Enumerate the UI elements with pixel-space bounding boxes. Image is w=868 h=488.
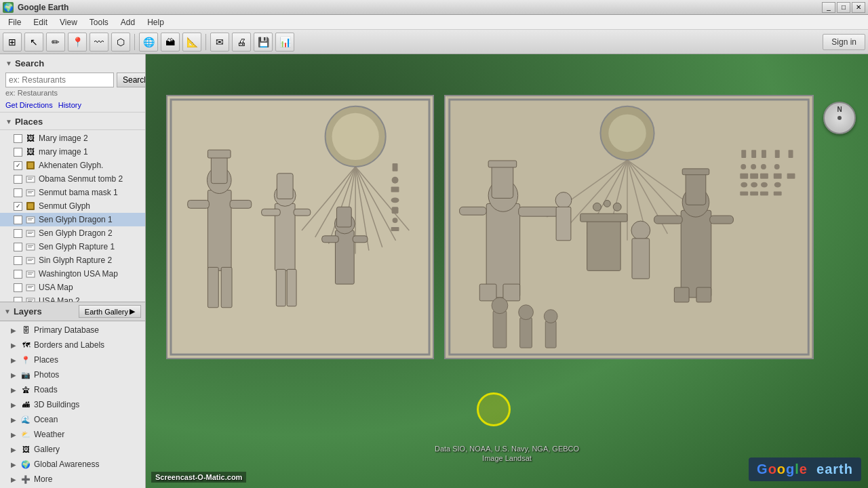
place-item[interactable]: Sen Glyph Dragon 2	[0, 226, 145, 240]
titlebar: 🌍 Google Earth _ □ ✕	[0, 0, 868, 15]
search-button[interactable]: Search	[117, 73, 146, 87]
place-checkbox[interactable]	[14, 256, 22, 265]
place-item[interactable]: USA Map	[0, 281, 145, 294]
layer-expand-icon[interactable]: ▶	[11, 461, 18, 468]
place-item[interactable]: ✓Akhenaten Glyph.	[0, 159, 145, 172]
minimize-button[interactable]: _	[822, 2, 835, 13]
place-icon	[25, 241, 36, 252]
toolbar-earth-btn[interactable]: 🌐	[139, 33, 158, 52]
layer-item[interactable]: ▶⛅Weather	[0, 427, 145, 442]
toolbar-view-btn[interactable]: ⊞	[3, 33, 22, 52]
place-checkbox[interactable]	[14, 175, 22, 184]
place-item[interactable]: Obama Senmut tomb 2	[0, 172, 145, 186]
layer-expand-icon[interactable]: ▶	[11, 431, 18, 439]
menu-bar: File Edit View Tools Add Help	[0, 15, 868, 30]
toolbar-cursor-btn[interactable]: ↖	[24, 33, 43, 52]
places-header[interactable]: ▼ Places	[0, 113, 145, 130]
earth-gallery-tab[interactable]: Earth Gallery ▶	[79, 305, 141, 318]
place-checkbox[interactable]	[14, 283, 22, 292]
layer-expand-icon[interactable]: ▶	[11, 476, 18, 483]
place-item[interactable]: USA Map 2	[0, 294, 145, 302]
toolbar-draw-btn[interactable]: ✏	[46, 33, 65, 52]
search-collapse-icon[interactable]: ▼	[5, 60, 12, 67]
svg-rect-103	[460, 207, 487, 215]
layer-expand-icon[interactable]: ▶	[11, 371, 18, 379]
menu-file[interactable]: File	[3, 16, 26, 28]
place-item[interactable]: Senmut bama mask 1	[0, 186, 145, 199]
main-layout: ▼ Search Search ex: Restaurants Get Dire…	[0, 54, 868, 488]
toolbar-path-btn[interactable]: 〰	[90, 33, 108, 52]
place-checkbox[interactable]	[14, 243, 22, 251]
layer-item[interactable]: ▶➕More	[0, 472, 145, 487]
svg-rect-68	[294, 209, 311, 216]
get-directions-link[interactable]: Get Directions	[5, 101, 53, 109]
layer-item[interactable]: ▶🗺Borders and Labels	[0, 338, 145, 352]
place-item[interactable]: Sin Glyph Rapture 2	[0, 253, 145, 267]
sign-in-button[interactable]: Sign in	[823, 34, 865, 50]
search-input[interactable]	[5, 73, 114, 87]
toolbar-email-btn[interactable]: ✉	[210, 33, 229, 52]
compass-circle[interactable]: N	[823, 102, 856, 134]
place-checkbox[interactable]: ✓	[14, 161, 22, 170]
toolbar-terrain-btn[interactable]: 🏔	[161, 33, 180, 52]
layer-item[interactable]: ▶📷Photos	[0, 367, 145, 382]
place-checkbox[interactable]	[14, 297, 22, 302]
layer-expand-icon[interactable]: ▶	[11, 386, 18, 394]
svg-rect-101	[488, 161, 517, 167]
place-item[interactable]: 🖼Mary image 2	[0, 131, 145, 145]
layer-item[interactable]: ▶🏙3D Buildings	[0, 397, 145, 412]
place-name-label: Senmut Glyph	[39, 201, 90, 211]
layer-expand-icon[interactable]: ▶	[11, 401, 18, 409]
svg-rect-117	[580, 214, 627, 222]
layer-expand-icon[interactable]: ▶	[11, 446, 18, 453]
toolbar-print-btn[interactable]: 🖨	[232, 33, 251, 52]
svg-rect-107	[674, 287, 689, 302]
layer-expand-icon[interactable]: ▶	[11, 342, 18, 349]
menu-tools[interactable]: Tools	[84, 16, 114, 28]
google-logo-text: Google earth	[757, 462, 853, 476]
titlebar-controls[interactable]: _ □ ✕	[822, 2, 865, 13]
menu-view[interactable]: View	[54, 16, 83, 28]
toolbar-chart-btn[interactable]: 📊	[275, 33, 294, 52]
svg-rect-61	[230, 200, 252, 208]
layer-item[interactable]: ▶🖼Gallery	[0, 442, 145, 457]
place-item[interactable]: 🖼mary image 1	[0, 145, 145, 159]
toolbar-placemark-btn[interactable]: 📍	[68, 33, 87, 52]
layer-item[interactable]: ▶📍Places	[0, 352, 145, 367]
layer-expand-icon[interactable]: ▶	[11, 357, 18, 364]
svg-point-126	[741, 164, 746, 169]
layers-collapse-icon[interactable]: ▼	[4, 308, 11, 315]
place-item[interactable]: Washington USA Map	[0, 267, 145, 281]
toolbar-save-btn[interactable]: 💾	[254, 33, 273, 52]
place-name-label: Mary image 2	[39, 134, 88, 143]
layer-item[interactable]: ▶🌍Global Awareness	[0, 457, 145, 472]
place-checkbox[interactable]: ✓	[14, 202, 22, 211]
place-item[interactable]: Sen Glyph Rapture 1	[0, 240, 145, 253]
toolbar-measure-btn[interactable]: 📐	[182, 33, 201, 52]
layer-expand-icon[interactable]: ▶	[11, 327, 18, 334]
layer-item[interactable]: ▶🌊Ocean	[0, 412, 145, 427]
layer-expand-icon[interactable]: ▶	[11, 416, 18, 424]
layer-item[interactable]: ▶🗄Primary Database	[0, 323, 145, 338]
place-checkbox[interactable]	[14, 148, 22, 157]
place-icon	[25, 187, 36, 198]
layer-name-label: Gallery	[34, 445, 60, 454]
place-checkbox[interactable]	[14, 188, 22, 197]
place-checkbox[interactable]	[14, 216, 22, 224]
history-link[interactable]: History	[58, 101, 81, 109]
place-checkbox[interactable]	[14, 229, 22, 238]
compass[interactable]: N	[823, 102, 857, 136]
menu-help[interactable]: Help	[142, 16, 170, 28]
close-button[interactable]: ✕	[852, 2, 865, 13]
menu-add[interactable]: Add	[115, 16, 140, 28]
places-collapse-icon[interactable]: ▼	[5, 118, 12, 125]
menu-edit[interactable]: Edit	[28, 16, 53, 28]
place-item[interactable]: Sen Glyph Dragon 1	[0, 213, 145, 226]
place-checkbox[interactable]	[14, 134, 22, 143]
maximize-button[interactable]: □	[837, 2, 850, 13]
place-checkbox[interactable]	[14, 270, 22, 279]
map-area[interactable]: N Data SIO, NOAA, U.S. Navy, NGA, GEBCO …	[146, 54, 868, 488]
toolbar-polygon-btn[interactable]: ⬡	[111, 33, 130, 52]
layer-item[interactable]: ▶🛣Roads	[0, 382, 145, 397]
place-item[interactable]: ✓Senmut Glyph	[0, 199, 145, 213]
